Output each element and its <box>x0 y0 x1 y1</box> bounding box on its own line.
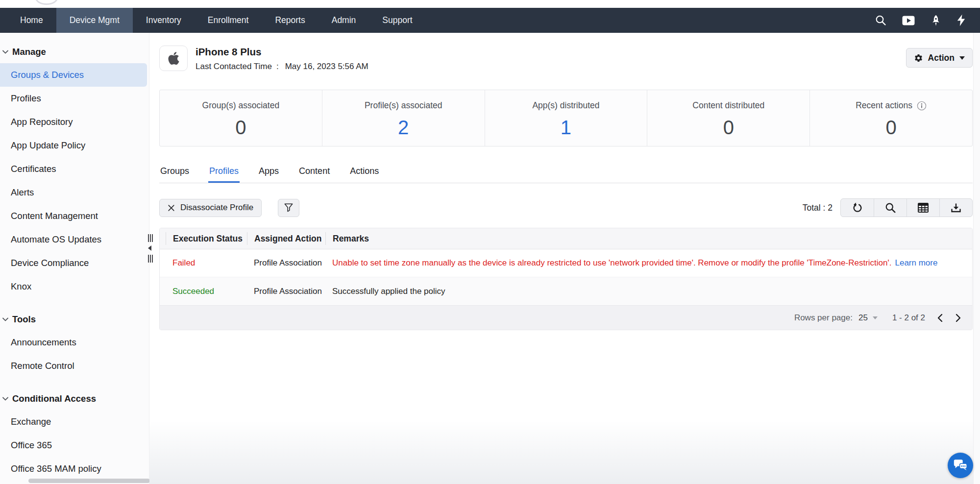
refresh-icon <box>852 202 863 213</box>
next-page-button[interactable] <box>955 314 961 322</box>
stat-label: App(s) distributed <box>532 100 599 111</box>
previous-page-button[interactable] <box>937 314 943 322</box>
chevron-down-icon <box>2 317 8 321</box>
column-view-button[interactable] <box>906 199 939 217</box>
info-icon[interactable] <box>917 101 927 111</box>
tab-actions[interactable]: Actions <box>349 161 380 183</box>
search-button[interactable] <box>874 199 906 217</box>
table-pagination: Rows per page: 25 1 - 2 of 2 <box>160 305 972 330</box>
sidebar: Manage Groups & Devices Profiles App Rep… <box>0 33 149 484</box>
stats-panel: Group(s) associated 0 Profile(s) associa… <box>159 90 973 146</box>
column-header-assigned-action[interactable]: Assigned Action <box>247 232 325 245</box>
stat-groups-associated: Group(s) associated 0 <box>160 90 322 146</box>
nav-item-enrollment[interactable]: Enrollment <box>195 8 262 33</box>
disassociate-profile-label: Disassociate Profile <box>180 203 253 213</box>
nav-item-admin[interactable]: Admin <box>318 8 369 33</box>
chevron-down-icon <box>2 397 8 401</box>
nav-item-support[interactable]: Support <box>369 8 425 33</box>
sidebar-item-app-repository[interactable]: App Repository <box>0 110 149 134</box>
stat-apps-distributed: App(s) distributed 1 <box>485 90 648 146</box>
column-header-execution-status[interactable]: Execution Status <box>166 232 247 245</box>
sidebar-item-certificates[interactable]: Certificates <box>0 157 149 181</box>
video-tutorials-icon[interactable] <box>902 16 915 25</box>
sidebar-section-title: Conditional Access <box>12 393 96 404</box>
sidebar-horizontal-scrollbar[interactable] <box>28 479 150 483</box>
filter-icon <box>284 203 294 213</box>
tab-profiles[interactable]: Profiles <box>208 161 240 183</box>
stat-value-link[interactable]: 1 <box>485 117 647 139</box>
search-icon[interactable] <box>875 15 886 26</box>
tab-content[interactable]: Content <box>298 161 331 183</box>
nav-item-device-mgmt[interactable]: Device Mgmt <box>56 8 133 33</box>
rows-per-page-value: 25 <box>858 313 868 323</box>
stat-label-text: Recent actions <box>856 100 912 111</box>
stat-value-link[interactable]: 2 <box>322 117 485 139</box>
nav-item-reports[interactable]: Reports <box>262 8 318 33</box>
remark-text: Unable to set time zone manually as the … <box>332 258 891 267</box>
sidebar-section-gap <box>0 378 149 387</box>
sidebar-item-groups-devices[interactable]: Groups & Devices <box>0 63 147 87</box>
search-icon <box>885 202 896 213</box>
nav-item-inventory[interactable]: Inventory <box>133 8 195 33</box>
sidebar-item-content-management[interactable]: Content Management <box>0 204 149 228</box>
toolbar-right: Total : 2 <box>803 198 973 217</box>
sidebar-section-manage[interactable]: Manage <box>0 41 149 63</box>
sidebar-item-announcements[interactable]: Announcements <box>0 331 149 354</box>
assigned-action-cell: Profile Association <box>247 287 325 296</box>
sidebar-item-automate-os-updates[interactable]: Automate OS Updates <box>0 228 149 251</box>
stat-content-distributed: Content distributed 0 <box>647 90 810 146</box>
gear-icon <box>914 53 923 63</box>
last-contacted: Last Contacted Time : May 16, 2023 5:56 … <box>196 62 368 72</box>
quick-actions-bolt-icon[interactable] <box>957 14 965 26</box>
action-button[interactable]: Action <box>906 48 973 68</box>
learn-more-link[interactable]: Learn more <box>895 258 937 267</box>
filter-button[interactable] <box>278 199 299 217</box>
stat-value: 0 <box>810 117 972 139</box>
total-count: Total : 2 <box>803 203 833 213</box>
refresh-button[interactable] <box>841 199 874 217</box>
sidebar-item-knox[interactable]: Knox <box>0 275 149 298</box>
remarks-cell: Unable to set time zone manually as the … <box>325 258 972 268</box>
whats-new-rocket-icon[interactable] <box>931 14 941 27</box>
stat-label: Group(s) associated <box>202 100 280 111</box>
caret-down-icon <box>873 316 878 319</box>
device-name: iPhone 8 Plus <box>196 46 368 58</box>
disassociate-profile-button[interactable]: Disassociate Profile <box>159 199 262 217</box>
export-button[interactable] <box>939 199 972 217</box>
sidebar-item-office-365[interactable]: Office 365 <box>0 434 149 457</box>
detail-tabs: Groups Profiles Apps Content Actions <box>159 161 973 183</box>
sidebar-item-alerts[interactable]: Alerts <box>0 181 149 204</box>
rows-per-page-select[interactable]: 25 <box>858 313 878 323</box>
sidebar-item-exchange[interactable]: Exchange <box>0 410 149 434</box>
top-nav-menu: Home Device Mgmt Inventory Enrollment Re… <box>7 8 426 33</box>
last-contacted-separator: : <box>276 62 279 72</box>
table-row[interactable]: Succeeded Profile Association Successful… <box>160 277 972 305</box>
tab-groups[interactable]: Groups <box>159 161 190 183</box>
table-row[interactable]: Failed Profile Association Unable to set… <box>160 249 972 277</box>
chevron-down-icon <box>2 50 8 54</box>
sidebar-section-title: Tools <box>12 314 36 325</box>
chat-bubbles-icon <box>953 459 968 473</box>
sidebar-item-office-365-mam-policy[interactable]: Office 365 MAM policy <box>0 457 149 481</box>
sidebar-resize-handle[interactable] <box>147 234 154 263</box>
sidebar-item-profiles[interactable]: Profiles <box>0 87 149 110</box>
sidebar-item-remote-control[interactable]: Remote Control <box>0 354 149 378</box>
sidebar-item-app-update-policy[interactable]: App Update Policy <box>0 134 149 157</box>
sidebar-item-device-compliance[interactable]: Device Compliance <box>0 251 149 275</box>
nav-item-home[interactable]: Home <box>7 8 56 33</box>
partial-logo <box>35 0 58 5</box>
profiles-table: Execution Status Assigned Action Remarks… <box>159 228 973 330</box>
column-header-remarks[interactable]: Remarks <box>325 232 972 245</box>
sidebar-section-conditional-access[interactable]: Conditional Access <box>0 387 149 410</box>
execution-status-cell: Failed <box>166 258 247 268</box>
platform-badge <box>159 46 188 71</box>
close-icon <box>168 204 175 212</box>
top-nav-icons <box>875 8 965 33</box>
mdm-app-window: Home Device Mgmt Inventory Enrollment Re… <box>0 0 980 484</box>
stat-value: 0 <box>647 117 809 139</box>
vertical-scrollbar[interactable] <box>973 33 980 484</box>
support-chat-button[interactable] <box>948 453 973 478</box>
sidebar-section-tools[interactable]: Tools <box>0 308 149 331</box>
stat-label: Recent actions <box>856 100 927 111</box>
tab-apps[interactable]: Apps <box>258 161 280 183</box>
